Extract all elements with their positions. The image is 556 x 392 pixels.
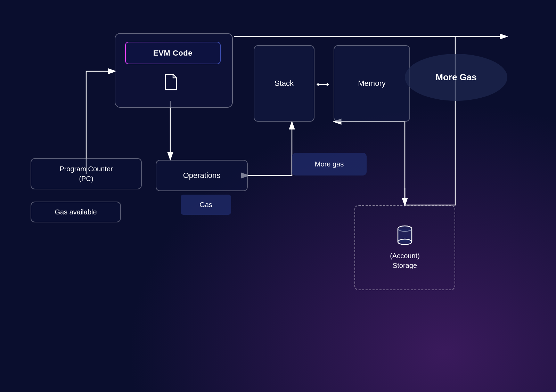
more-gas-small-box: More gas [292,153,367,175]
memory-label: Memory [358,79,385,88]
gas-box: Gas [181,195,231,215]
account-storage-label: (Account)Storage [390,251,420,270]
document-icon [163,73,178,91]
gas-available-box: Gas available [31,202,121,222]
operations-box: Operations [156,160,248,191]
memory-box: Memory [334,45,410,122]
account-storage-box: (Account)Storage [354,205,455,290]
gas-available-label: Gas available [55,208,97,216]
evm-code-box: EVM Code [125,42,221,64]
evm-code-label: EVM Code [153,49,193,58]
gas-label: Gas [199,201,212,209]
stack-label: Stack [275,79,294,88]
stack-memory-double-arrow: ⟷ [316,79,329,90]
more-gas-ellipse: More Gas [405,54,507,101]
more-gas-small-label: More gas [315,160,344,168]
cylinder-icon [396,225,414,246]
stack-box: Stack [254,45,314,122]
svg-point-10 [398,239,412,245]
more-gas-large-label: More Gas [435,72,477,83]
diagram-container: EVM Code Operations Gas Program Counter(… [0,0,556,392]
program-counter-box: Program Counter(PC) [31,158,142,189]
operations-label: Operations [183,171,221,180]
pc-label: Program Counter(PC) [59,164,113,183]
